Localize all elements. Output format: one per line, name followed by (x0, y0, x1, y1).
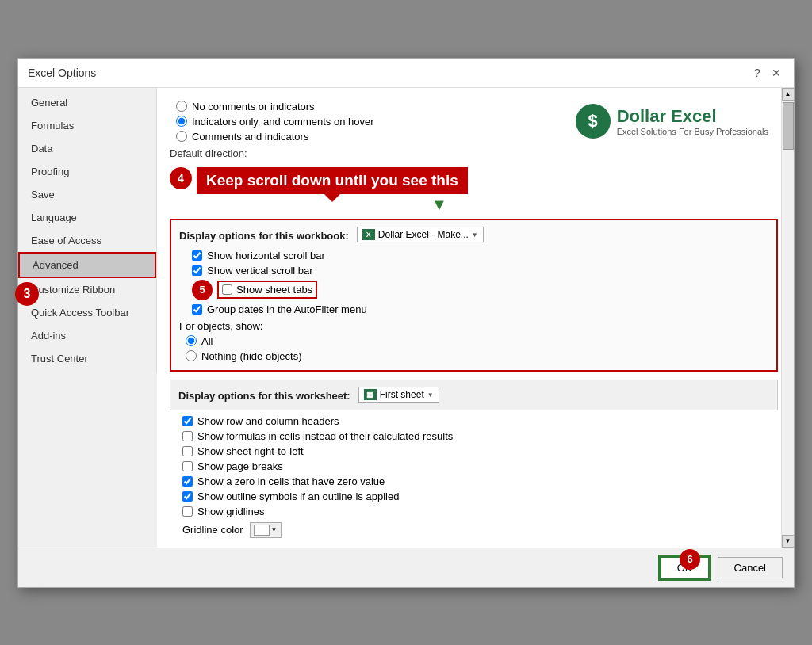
sidebar-item-customize-ribbon[interactable]: Customize Ribbon (18, 278, 156, 301)
outline-symbols-label: Show outline symbols if an outline is ap… (197, 490, 399, 502)
radio-all-input[interactable] (186, 335, 197, 346)
page-breaks-checkbox[interactable] (182, 461, 193, 471)
step4-badge: 4 (170, 167, 192, 189)
zero-value-label: Show a zero in cells that have zero valu… (197, 475, 385, 487)
step3-badge: 3 (15, 282, 39, 306)
formulas-cells-item[interactable]: Show formulas in cells instead of their … (170, 430, 778, 442)
workbook-section-title: Display options for this workbook: (179, 230, 349, 242)
group-dates-checkbox[interactable] (192, 304, 202, 315)
radio-no-comments-label: No comments or indicators (192, 101, 315, 113)
radio-comments-indicators-label: Comments and indicators (192, 131, 308, 143)
right-to-left-checkbox[interactable] (182, 446, 193, 456)
radio-nothing-input[interactable] (186, 350, 197, 361)
workbook-dropdown-icon: X (362, 229, 375, 240)
show-sheet-tabs-highlight: Show sheet tabs (217, 281, 317, 299)
dialog-title: Excel Options (28, 67, 96, 79)
radio-comments-indicators-input[interactable] (176, 131, 187, 142)
workbook-dropdown-arrow: ▼ (472, 231, 478, 239)
cancel-button[interactable]: Cancel (718, 557, 783, 578)
show-sheet-tabs-checkbox[interactable] (222, 284, 232, 295)
radio-nothing[interactable]: Nothing (hide objects) (179, 350, 768, 362)
sidebar-item-proofing[interactable]: Proofing (18, 160, 156, 183)
show-horizontal-item[interactable]: Show horizontal scroll bar (179, 250, 768, 261)
group-dates-item[interactable]: Group dates in the AutoFilter menu (179, 303, 768, 315)
sidebar-item-language[interactable]: Language (18, 206, 156, 229)
default-direction-label: Default direction: (170, 147, 778, 159)
radio-all[interactable]: All (179, 335, 768, 347)
dialog-body: 3 General Formulas Data Proofing Save La… (18, 88, 794, 548)
show-horizontal-label: Show horizontal scroll bar (207, 250, 325, 261)
gridline-color-button[interactable]: ▼ (250, 522, 282, 538)
zero-value-item[interactable]: Show a zero in cells that have zero valu… (170, 475, 778, 487)
bottom-bar: 6 OK Cancel (18, 548, 794, 587)
content-scroll[interactable]: No comments or indicators Indicators onl… (157, 88, 794, 548)
gridlines-item[interactable]: Show gridlines (170, 506, 778, 517)
radio-nothing-label: Nothing (hide objects) (201, 350, 301, 362)
outline-symbols-item[interactable]: Show outline symbols if an outline is ap… (170, 490, 778, 502)
workbook-dropdown-text: Dollar Excel - Make... (378, 229, 469, 240)
sidebar-item-general[interactable]: General (18, 91, 156, 114)
arrow-down-icon: ▼ (431, 196, 778, 214)
radio-no-comments-input[interactable] (176, 101, 187, 112)
step6-badge: 6 (680, 549, 700, 570)
show-sheet-tabs-label: Show sheet tabs (236, 284, 312, 296)
close-button[interactable]: ✕ (768, 65, 784, 81)
logo-text-block: Dollar Excel Excel Solutions For Busy Pr… (617, 106, 768, 136)
scrollbar-up-button[interactable]: ▲ (782, 88, 795, 101)
workbook-section: Display options for this workbook: X Dol… (170, 219, 778, 372)
step5-badge: 5 (192, 280, 213, 300)
scroll-annotation: Keep scroll down until you see this (197, 167, 468, 194)
logo-tagline: Excel Solutions For Busy Professionals (617, 127, 768, 136)
right-to-left-label: Show sheet right-to-left (197, 445, 304, 457)
worksheet-section: Display options for this worksheet: ▦ Fi… (170, 380, 778, 410)
sidebar-item-formulas[interactable]: Formulas (18, 114, 156, 137)
show-sheet-tabs-row: 5 Show sheet tabs (192, 280, 768, 300)
formulas-cells-label: Show formulas in cells instead of their … (197, 430, 453, 442)
help-button[interactable]: ? (749, 65, 765, 81)
worksheet-dropdown[interactable]: ▦ First sheet ▼ (358, 387, 439, 403)
gridlines-label: Show gridlines (197, 506, 265, 517)
sidebar-item-advanced[interactable]: Advanced (18, 252, 156, 278)
gridline-color-label: Gridline color (182, 524, 243, 536)
sidebar-item-data[interactable]: Data (18, 137, 156, 160)
main-content: No comments or indicators Indicators onl… (157, 88, 794, 548)
scrollbar-thumb[interactable] (783, 102, 794, 150)
page-breaks-item[interactable]: Show page breaks (170, 460, 778, 472)
sidebar-item-save[interactable]: Save (18, 183, 156, 206)
title-bar: Excel Options ? ✕ (18, 59, 794, 88)
worksheet-dropdown-arrow: ▼ (427, 391, 434, 399)
radio-indicators-only-input[interactable] (176, 116, 187, 127)
scrollbar-track[interactable]: ▲ ▼ (781, 88, 794, 548)
gridlines-checkbox[interactable] (182, 506, 193, 517)
logo-name: Dollar Excel (617, 106, 768, 127)
row-col-headers-label: Show row and column headers (197, 415, 339, 427)
show-horizontal-checkbox[interactable] (192, 250, 202, 261)
step4-area: 4 Keep scroll down until you see this ▼ (170, 167, 778, 214)
sidebar-wrapper: 3 General Formulas Data Proofing Save La… (18, 88, 157, 548)
workbook-dropdown[interactable]: X Dollar Excel - Make... ▼ (357, 227, 484, 242)
title-controls: ? ✕ (749, 65, 784, 81)
show-vertical-item[interactable]: Show vertical scroll bar (179, 265, 768, 277)
objects-label: For objects, show: (179, 320, 768, 332)
worksheet-title-row: Display options for this worksheet: ▦ Fi… (178, 385, 769, 405)
formulas-cells-checkbox[interactable] (182, 431, 193, 441)
scrollbar-down-button[interactable]: ▼ (782, 535, 795, 548)
worksheet-dropdown-text: First sheet (380, 389, 424, 400)
outline-symbols-checkbox[interactable] (182, 491, 193, 502)
dollar-excel-logo: $ Dollar Excel Excel Solutions For Busy … (566, 99, 778, 143)
sidebar-item-add-ins[interactable]: Add-ins (18, 324, 156, 347)
group-dates-label: Group dates in the AutoFilter menu (207, 303, 367, 315)
sidebar-item-ease-of-access[interactable]: Ease of Access (18, 229, 156, 252)
sidebar-item-quick-access-toolbar[interactable]: Quick Access Toolbar (18, 301, 156, 324)
logo-circle: $ (576, 104, 611, 139)
color-dropdown-arrow: ▼ (271, 526, 278, 533)
sidebar-item-trust-center[interactable]: Trust Center (18, 347, 156, 370)
show-vertical-checkbox[interactable] (192, 265, 202, 276)
sidebar: General Formulas Data Proofing Save Lang… (18, 88, 157, 373)
row-col-headers-item[interactable]: Show row and column headers (170, 415, 778, 427)
radio-indicators-only-label: Indicators only, and comments on hover (192, 116, 374, 128)
right-to-left-item[interactable]: Show sheet right-to-left (170, 445, 778, 457)
excel-options-dialog: Excel Options ? ✕ 3 General Formulas Dat… (17, 58, 795, 588)
row-col-headers-checkbox[interactable] (182, 416, 193, 426)
zero-value-checkbox[interactable] (182, 476, 193, 487)
